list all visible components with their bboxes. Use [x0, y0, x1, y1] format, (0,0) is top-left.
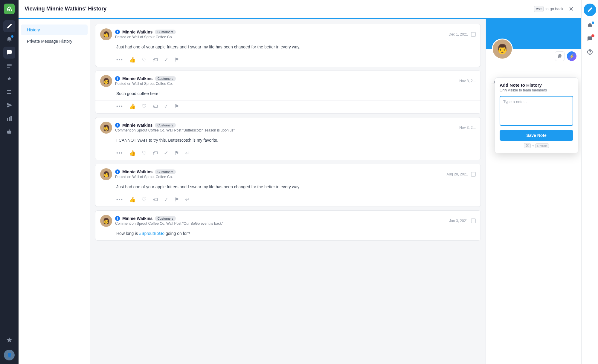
post-body: How long is #SproutBoGo going on for?: [95, 229, 480, 240]
post-source: Comment on Sprout Coffee Co. Wall Post "…: [115, 128, 456, 132]
message-nav-icon[interactable]: [3, 47, 15, 59]
chat-icon[interactable]: [584, 33, 596, 45]
left-nav: History Private Message History: [19, 19, 90, 364]
reply-icon[interactable]: ↩: [185, 196, 190, 203]
post-body: I CANNOT WAIT to try this. Butterscotch …: [95, 136, 480, 147]
avatar: 👩: [100, 28, 112, 40]
bot-nav-icon[interactable]: [3, 126, 15, 137]
topbar: Viewing Minnie Watkins' History esc to g…: [19, 0, 581, 18]
popup-subtitle: Only visible to team members: [500, 88, 573, 92]
flag-icon[interactable]: ⚑: [174, 56, 179, 63]
nav-item-private-message[interactable]: Private Message History: [21, 36, 88, 47]
pin-nav-icon[interactable]: [3, 73, 15, 85]
list-nav-icon[interactable]: [3, 86, 15, 98]
plus-connector: +: [532, 144, 534, 148]
app-logo[interactable]: [4, 4, 15, 14]
check-icon[interactable]: ✓: [164, 103, 168, 110]
notification-nav-icon[interactable]: [3, 33, 15, 45]
like-icon[interactable]: 👍: [129, 56, 136, 63]
svg-point-11: [590, 54, 590, 54]
post-source: Posted on Wall of Sprout Coffee Co.: [115, 35, 446, 39]
post-header: 👩 f Minnie Watkins Customers Comment on …: [95, 211, 480, 229]
more-actions-icon[interactable]: •••: [116, 197, 123, 202]
post-card: 👩 f Minnie Watkins Customers Comment on …: [95, 210, 481, 241]
more-actions-icon[interactable]: •••: [116, 150, 123, 156]
post-date: Nov 8, 2...: [459, 79, 476, 83]
help-icon[interactable]: [584, 46, 596, 58]
compose-nav-icon[interactable]: [3, 20, 15, 32]
facebook-icon: f: [115, 30, 120, 34]
close-button[interactable]: ✕: [567, 5, 575, 13]
note-textarea[interactable]: [500, 96, 573, 126]
heart-icon[interactable]: ♡: [142, 150, 147, 156]
like-icon[interactable]: 👍: [129, 196, 136, 203]
check-icon[interactable]: ✓: [164, 150, 168, 156]
messenger-icon[interactable]: ⚡: [567, 51, 576, 61]
post-meta: f Minnie Watkins Customers Comment on Sp…: [115, 216, 446, 226]
star-nav-icon[interactable]: [3, 334, 15, 346]
flag-icon[interactable]: ⚑: [174, 103, 179, 110]
svg-rect-7: [7, 131, 11, 134]
compose-button[interactable]: [584, 4, 596, 16]
task-nav-icon[interactable]: [3, 60, 15, 72]
post-checkbox[interactable]: [471, 32, 476, 37]
tag-icon[interactable]: 🏷: [152, 57, 158, 63]
feed-area: 👩 f Minnie Watkins Customers Posted on W…: [90, 19, 486, 364]
svg-point-0: [8, 9, 10, 11]
chart-nav-icon[interactable]: [3, 112, 15, 124]
delete-profile-icon[interactable]: [555, 51, 565, 61]
post-date: Dec 1, 2021: [448, 32, 468, 36]
post-header: 👩 f Minnie Watkins Customers Posted on W…: [95, 24, 480, 43]
nav-item-history[interactable]: History: [21, 25, 88, 35]
svg-rect-5: [9, 117, 10, 121]
main-content: Viewing Minnie Watkins' History esc to g…: [19, 0, 581, 364]
right-sidebar: [581, 0, 598, 364]
avatar: 👩: [100, 75, 112, 87]
post-meta: f Minnie Watkins Customers Comment on Sp…: [115, 123, 456, 132]
post-card: 👩 f Minnie Watkins Customers Posted on W…: [95, 164, 481, 207]
heart-icon[interactable]: ♡: [142, 56, 147, 63]
heart-icon[interactable]: ♡: [142, 196, 147, 203]
profile-photo: 👨: [492, 39, 513, 59]
post-body: Just had one of your apple fritters and …: [95, 183, 480, 194]
post-card: 👩 f Minnie Watkins Customers Comment on …: [95, 117, 481, 160]
facebook-icon: f: [115, 169, 120, 174]
svg-rect-4: [7, 118, 8, 121]
post-source: Posted on Wall of Sprout Coffee Co.: [115, 175, 444, 179]
heart-icon[interactable]: ♡: [142, 103, 147, 110]
page-title: Viewing Minnie Watkins' History: [25, 6, 530, 12]
post-author: Minnie Watkins: [122, 30, 152, 34]
check-icon[interactable]: ✓: [164, 196, 168, 203]
flag-icon[interactable]: ⚑: [174, 150, 179, 156]
customers-badge: Customers: [155, 123, 176, 128]
post-actions: ••• 👍 ♡ 🏷 ✓ ⚑: [95, 54, 480, 67]
user-avatar[interactable]: 👤: [4, 350, 15, 360]
esc-hint: esc to go back: [534, 6, 563, 12]
send-nav-icon[interactable]: [3, 99, 15, 111]
facebook-icon: f: [115, 216, 120, 221]
tag-icon[interactable]: 🏷: [152, 150, 158, 156]
like-icon[interactable]: 👍: [129, 150, 136, 156]
check-icon[interactable]: ✓: [164, 56, 168, 63]
customers-badge: Customers: [155, 216, 176, 221]
shortcut-hint: ⌘ + Return: [500, 143, 573, 148]
tag-icon[interactable]: 🏷: [152, 197, 158, 203]
post-header: 👩 f Minnie Watkins Customers Comment on …: [95, 117, 480, 136]
tag-icon[interactable]: 🏷: [152, 103, 158, 110]
post-checkbox[interactable]: [471, 218, 476, 223]
reply-icon[interactable]: ↩: [185, 150, 190, 156]
more-actions-icon[interactable]: •••: [116, 104, 123, 109]
post-body: Such good coffee here!: [95, 89, 480, 100]
return-key: Return: [535, 143, 549, 148]
more-actions-icon[interactable]: •••: [116, 57, 123, 62]
hashtag-link[interactable]: #SproutBoGo: [139, 231, 164, 236]
save-note-button[interactable]: Save Note: [500, 130, 573, 141]
facebook-icon: f: [115, 76, 120, 81]
flag-icon[interactable]: ⚑: [174, 196, 179, 203]
like-icon[interactable]: 👍: [129, 103, 136, 110]
post-meta: f Minnie Watkins Customers Posted on Wal…: [115, 76, 456, 86]
post-checkbox[interactable]: [471, 172, 476, 177]
notification-icon[interactable]: [584, 20, 596, 32]
left-sidebar: 👤: [0, 0, 19, 364]
post-meta: f Minnie Watkins Customers Posted on Wal…: [115, 30, 446, 39]
